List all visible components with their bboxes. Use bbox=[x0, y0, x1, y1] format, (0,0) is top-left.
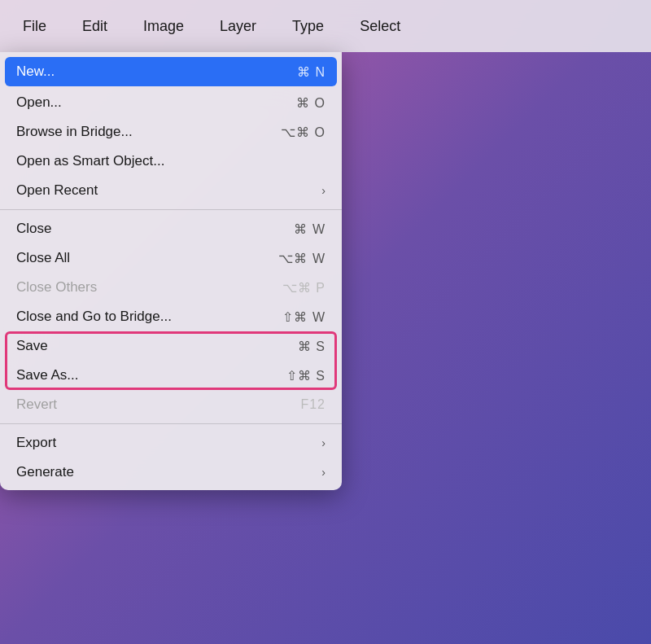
menu-item-close-all-label: Close All bbox=[16, 250, 70, 266]
menu-item-save-as-label: Save As... bbox=[16, 367, 79, 383]
menu-item-new-shortcut: ⌘ N bbox=[297, 64, 326, 80]
menu-item-browse-bridge-label: Browse in Bridge... bbox=[16, 124, 133, 140]
menu-file[interactable]: File bbox=[16, 15, 53, 38]
menu-item-close-go-bridge[interactable]: Close and Go to Bridge... ⇧⌘ W bbox=[0, 302, 342, 331]
menu-item-close-others[interactable]: Close Others ⌥⌘ P bbox=[0, 273, 342, 302]
menu-bar: File Edit Image Layer Type Select bbox=[0, 0, 651, 52]
menu-item-open-recent[interactable]: Open Recent › bbox=[0, 176, 342, 205]
menu-item-close[interactable]: Close ⌘ W bbox=[0, 214, 342, 243]
menu-item-generate-label: Generate bbox=[16, 464, 74, 480]
export-arrow-icon: › bbox=[321, 436, 326, 449]
menu-item-new-label: New... bbox=[16, 64, 55, 80]
menu-item-close-shortcut: ⌘ W bbox=[294, 221, 326, 237]
generate-arrow-icon: › bbox=[321, 466, 326, 479]
menu-item-close-others-shortcut: ⌥⌘ P bbox=[282, 280, 326, 296]
menu-item-export[interactable]: Export › bbox=[0, 428, 342, 458]
open-recent-arrow-icon: › bbox=[321, 184, 326, 197]
menu-item-save-as-shortcut: ⇧⌘ S bbox=[286, 368, 326, 383]
menu-item-save-shortcut: ⌘ S bbox=[298, 339, 326, 354]
menu-item-save-as[interactable]: Save As... ⇧⌘ S bbox=[0, 361, 342, 390]
menu-item-open-label: Open... bbox=[16, 94, 62, 111]
menu-item-close-go-bridge-shortcut: ⇧⌘ W bbox=[282, 309, 326, 325]
menu-item-revert-label: Revert bbox=[16, 396, 57, 413]
menu-item-new[interactable]: New... ⌘ N bbox=[5, 57, 337, 86]
menu-item-open-shortcut: ⌘ O bbox=[296, 95, 326, 111]
menu-layer[interactable]: Layer bbox=[213, 15, 263, 38]
menu-item-open-smart-object[interactable]: Open as Smart Object... bbox=[0, 147, 342, 176]
separator-1 bbox=[0, 209, 342, 210]
menu-edit[interactable]: Edit bbox=[76, 15, 114, 38]
file-menu-dropdown: New... ⌘ N Open... ⌘ O Browse in Bridge.… bbox=[0, 52, 342, 490]
menu-type[interactable]: Type bbox=[286, 15, 330, 38]
menu-item-revert-shortcut: F12 bbox=[300, 397, 326, 412]
menu-item-close-others-label: Close Others bbox=[16, 279, 97, 296]
menu-item-export-label: Export bbox=[16, 435, 56, 451]
menu-item-browse-bridge-shortcut: ⌥⌘ O bbox=[281, 125, 326, 140]
menu-image[interactable]: Image bbox=[137, 15, 190, 38]
menu-select[interactable]: Select bbox=[353, 15, 407, 38]
menu-item-open-recent-label: Open Recent bbox=[16, 182, 98, 199]
menu-item-close-all[interactable]: Close All ⌥⌘ W bbox=[0, 243, 342, 273]
menu-item-browse-bridge[interactable]: Browse in Bridge... ⌥⌘ O bbox=[0, 117, 342, 147]
menu-item-close-go-bridge-label: Close and Go to Bridge... bbox=[16, 309, 172, 325]
save-group: Save ⌘ S Save As... ⇧⌘ S bbox=[0, 331, 342, 390]
menu-item-generate[interactable]: Generate › bbox=[0, 458, 342, 487]
menu-item-save[interactable]: Save ⌘ S bbox=[0, 331, 342, 361]
menu-item-close-label: Close bbox=[16, 221, 51, 237]
separator-2 bbox=[0, 423, 342, 424]
menu-item-open-smart-object-label: Open as Smart Object... bbox=[16, 153, 164, 169]
menu-item-revert[interactable]: Revert F12 bbox=[0, 390, 342, 419]
menu-item-open[interactable]: Open... ⌘ O bbox=[0, 88, 342, 117]
menu-item-save-label: Save bbox=[16, 338, 48, 354]
menu-item-close-all-shortcut: ⌥⌘ W bbox=[278, 251, 326, 266]
